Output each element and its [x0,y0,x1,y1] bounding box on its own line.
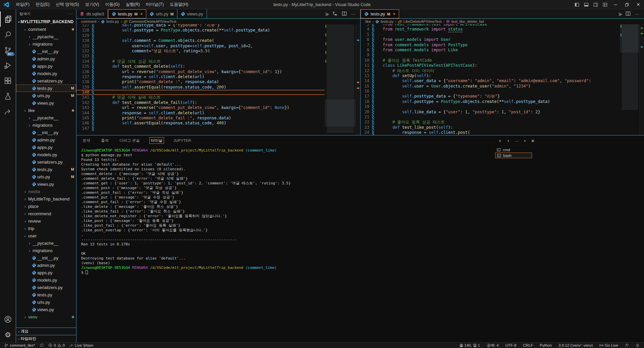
terminal-instance-bash[interactable]: bash [495,153,532,158]
code-line-12[interactable]: 12 # 테스트 더미 데이터 [361,68,620,73]
tree-item-serializers.py[interactable]: serializers.py [16,158,76,166]
tree-item-MyLittleTrip_backend[interactable]: ›MyLittleTrip_backend [16,195,76,202]
tab-tests-py-left[interactable]: tests.py M × [108,9,147,18]
code-editor-left[interactable]: 127 self.posttype_data = {"typename": "리… [76,24,325,135]
tree-item-admin.py[interactable]: admin.py [16,262,76,269]
code-line-136[interactable]: 136 url = reverse("comment_put_delete_vi… [76,69,325,74]
source-control-icon[interactable]: 6K+ [0,42,16,58]
code-line-11[interactable]: 11class LikePostAPIViewTest(APITestCase)… [361,63,620,68]
tree-item-user[interactable]: ›user [16,232,76,239]
panel-tab-터미널[interactable]: 터미널 [149,137,164,144]
tree-item-admin.py[interactable]: admin.py [16,55,76,62]
layout-customize-icon[interactable] [600,0,610,9]
tree-item-place[interactable]: ›place [16,202,76,210]
tree-item-tests.py[interactable]: tests.py [16,291,76,298]
tree-item-serializers.py[interactable]: serializers.py [16,284,76,291]
menu-item[interactable]: 도움말(H) [167,0,191,9]
menu-item[interactable]: 편집(E) [33,0,53,9]
open-changes-icon[interactable] [332,11,337,17]
split-editor-icon[interactable] [342,11,347,17]
minimap-left[interactable] [325,24,356,135]
split-editor-icon[interactable] [626,11,631,17]
panel-tab-출력[interactable]: 출력 [100,137,110,144]
code-line-5[interactable]: 5 [361,32,620,37]
tree-item-__pycache__[interactable]: ›__pycache__ [16,114,76,121]
code-line-19[interactable]: 19 [361,104,620,109]
tree-item-urls.py[interactable]: urls.py [16,298,76,306]
sidebar-more-actions-icon[interactable]: ··· [68,12,73,16]
breadcrumb-left[interactable]: comment› tests.py› CommentDeleteAPIViewT… [76,19,360,24]
menu-item[interactable]: 이동(G) [102,0,122,9]
tree-item-tests.py[interactable]: tests.pyM [16,84,76,92]
minimize-button[interactable]: ─ [610,0,621,9]
tree-item-admin.py[interactable]: admin.py [16,136,76,143]
layout-panel-icon[interactable] [582,0,591,9]
tab-views-py[interactable]: views.py [177,9,207,18]
tree-item-urls.py[interactable]: urls.pyM [16,173,76,180]
test-flask-icon[interactable] [0,89,16,104]
tree-item-venv[interactable]: ›venv [16,313,76,321]
sync-changes-item[interactable] [38,343,45,348]
code-line-137[interactable]: 137 response = self.client.delete(url) [76,74,325,79]
code-line-9[interactable]: 9 [361,53,620,58]
more-actions-icon[interactable]: ··· [635,11,639,16]
code-line-21[interactable]: 21 [361,115,620,120]
account-icon[interactable] [0,311,16,327]
code-line-129[interactable]: 129 [76,33,325,38]
tree-item-migrations[interactable]: ›migrations [16,121,76,129]
outline-section[interactable]: ›개요 [16,328,76,335]
code-line-131[interactable]: 131 user=self.user, posttype=self.postty… [76,44,325,49]
language-mode-item[interactable]: Python [538,343,553,347]
tab-urls-py[interactable]: urls.py M [146,9,177,18]
tree-item-apps.py[interactable]: apps.py [16,269,76,276]
code-line-133[interactable]: 133 [76,54,325,59]
code-line-16[interactable]: 16 [361,89,620,94]
code-line-22[interactable]: 22 # 좋아요 등록 성공 테스트 [361,120,620,125]
tree-item-__pycache__[interactable]: ›__pycache__ [16,33,76,40]
search-icon[interactable] [0,27,16,42]
tree-item-urls.py[interactable]: urls.pyM [16,92,76,99]
code-line-18[interactable]: 18 self.posttype = PostType.objects.crea… [361,99,620,104]
tree-item-migrations[interactable]: ›migrations [16,247,76,254]
tree-item-recommend[interactable]: ›recommend [16,210,76,217]
explorer-icon[interactable] [0,11,16,27]
tab-db-sqlite3[interactable]: db.sqlite3 [76,9,108,18]
code-line-132[interactable]: 132 comment="댓글 테스트", rating=3.5) [76,49,325,54]
timeline-section[interactable]: ›타임라인 [16,335,76,342]
code-line-127[interactable]: 127 self.posttype_data = {"typename": "리… [76,24,325,28]
tree-item-models.py[interactable]: models.py [16,70,76,77]
minimap-right[interactable] [620,24,639,135]
close-icon[interactable]: × [140,12,143,16]
terminal-instance-cmd[interactable]: cmd [495,147,532,153]
live-share-icon[interactable] [0,104,16,119]
code-line-24[interactable]: 24 response = self.client.post( [361,130,620,135]
tree-item-media[interactable]: ›media [16,188,76,195]
code-line-7[interactable]: 7from comment.models import PostType [361,43,620,48]
tree-item-models.py[interactable]: models.py [16,151,76,158]
scrollbar-left[interactable] [356,24,360,135]
close-panel-icon[interactable]: ✕ [531,138,535,143]
new-terminal-icon[interactable]: ＋ [498,138,502,144]
tree-item-apps.py[interactable]: apps.py [16,143,76,151]
panel-tab-디버그 콘솔[interactable]: 디버그 콘솔 [118,137,141,144]
code-line-145[interactable]: 145 print("comment_delete_fail :", respo… [76,116,325,121]
code-line-140[interactable]: 140 [76,90,325,95]
code-line-135[interactable]: 135 def test_comment_delete(self): [76,64,325,69]
menu-item[interactable]: 선택 영역(S) [53,0,82,9]
code-line-141[interactable]: 141 # 댓글 삭제 실패 테스트 [76,95,325,100]
encoding-item[interactable]: UTF-8 [504,343,518,347]
tree-item-views.py[interactable]: views.py [16,99,76,107]
code-line-15[interactable]: 15 self.user = User.objects.create_user(… [361,84,620,89]
tab-tests-py-right[interactable]: tests.py M × [361,9,399,18]
indentation-item[interactable]: 공백: 4 [485,343,500,348]
layout-secondary-sidebar-icon[interactable] [591,0,600,9]
tree-item-views.py[interactable]: views.py [16,180,76,188]
tree-item-trip[interactable]: ›trip [16,225,76,232]
eol-item[interactable]: CRLF [521,343,535,347]
code-line-143[interactable]: 143 url = reverse("comment_put_delete_vi… [76,105,325,110]
code-line-23[interactable]: 23 def test_like_post(self): [361,125,620,130]
code-line-3[interactable]: 3from rest_framework.test import APITest… [361,24,620,27]
more-actions-icon[interactable]: ··· [351,11,356,16]
tree-item-models.py[interactable]: models.py [16,276,76,284]
problems-item[interactable]: 0 0 [47,343,66,348]
